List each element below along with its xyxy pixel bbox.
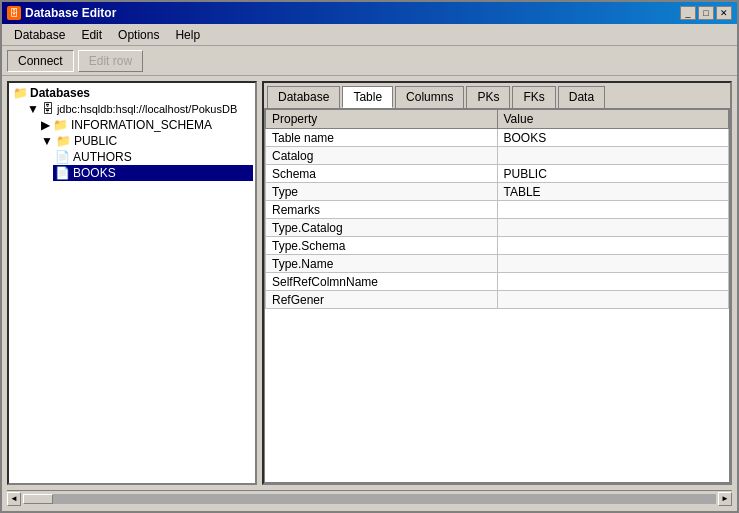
table-row: TypeTABLE bbox=[266, 183, 729, 201]
tab-table[interactable]: Table bbox=[342, 86, 393, 108]
tab-database[interactable]: Database bbox=[267, 86, 340, 108]
tree-public[interactable]: ▼ 📁 PUBLIC bbox=[39, 133, 253, 149]
property-cell: RefGener bbox=[266, 291, 498, 309]
close-button[interactable]: ✕ bbox=[716, 6, 732, 20]
property-cell: Type.Schema bbox=[266, 237, 498, 255]
table-row: Table nameBOOKS bbox=[266, 129, 729, 147]
title-bar-left: 🗄 Database Editor bbox=[7, 6, 116, 20]
value-cell: PUBLIC bbox=[497, 165, 729, 183]
scroll-right-btn[interactable]: ► bbox=[718, 492, 732, 506]
folder-icon: 📁 bbox=[53, 118, 68, 132]
title-controls: _ □ ✕ bbox=[680, 6, 732, 20]
value-cell: BOOKS bbox=[497, 129, 729, 147]
left-panel: 📁 Databases ▼ 🗄 jdbc:hsqldb:hsql://local… bbox=[7, 81, 257, 485]
folder-icon: 📁 bbox=[13, 86, 28, 100]
property-cell: Type bbox=[266, 183, 498, 201]
tab-columns[interactable]: Columns bbox=[395, 86, 464, 108]
table-row: SelfRefColmnName bbox=[266, 273, 729, 291]
value-cell bbox=[497, 273, 729, 291]
property-cell: Catalog bbox=[266, 147, 498, 165]
value-cell bbox=[497, 291, 729, 309]
property-cell: Type.Name bbox=[266, 255, 498, 273]
value-cell: TABLE bbox=[497, 183, 729, 201]
tree-db-node[interactable]: ▼ 🗄 jdbc:hsqldb:hsql://localhost/PokusDB bbox=[25, 101, 253, 117]
tree-authors[interactable]: 📄 AUTHORS bbox=[53, 149, 253, 165]
db-label: jdbc:hsqldb:hsql://localhost/PokusDB bbox=[57, 103, 237, 115]
table-row: SchemaPUBLIC bbox=[266, 165, 729, 183]
table-row: Catalog bbox=[266, 147, 729, 165]
table-row: Type.Schema bbox=[266, 237, 729, 255]
menu-edit[interactable]: Edit bbox=[73, 26, 110, 44]
table-row: Remarks bbox=[266, 201, 729, 219]
col-property: Property bbox=[266, 110, 498, 129]
value-cell bbox=[497, 255, 729, 273]
menu-help[interactable]: Help bbox=[167, 26, 208, 44]
scroll-track bbox=[23, 494, 716, 504]
property-cell: Type.Catalog bbox=[266, 219, 498, 237]
tab-data[interactable]: Data bbox=[558, 86, 605, 108]
right-panel: Database Table Columns PKs FKs Data Prop… bbox=[262, 81, 732, 485]
table-row: Type.Catalog bbox=[266, 219, 729, 237]
window-title: Database Editor bbox=[25, 6, 116, 20]
tree-books[interactable]: 📄 BOOKS bbox=[53, 165, 253, 181]
file-icon: 📄 bbox=[55, 166, 70, 180]
tree-info-schema[interactable]: ▶ 📁 INFORMATION_SCHEMA bbox=[39, 117, 253, 133]
bottom-scrollbar: ◄ ► bbox=[7, 490, 732, 506]
expand-icon: ▼ bbox=[27, 102, 39, 116]
value-cell bbox=[497, 219, 729, 237]
col-value: Value bbox=[497, 110, 729, 129]
books-label: BOOKS bbox=[73, 166, 116, 180]
table-row: Type.Name bbox=[266, 255, 729, 273]
folder-icon: 📁 bbox=[56, 134, 71, 148]
menu-bar: Database Edit Options Help bbox=[2, 24, 737, 46]
tab-content: Property Value Table nameBOOKSCatalogSch… bbox=[264, 108, 730, 483]
info-schema-label: INFORMATION_SCHEMA bbox=[71, 118, 212, 132]
tab-bar: Database Table Columns PKs FKs Data bbox=[264, 83, 730, 108]
maximize-button[interactable]: □ bbox=[698, 6, 714, 20]
property-cell: Schema bbox=[266, 165, 498, 183]
tab-fks[interactable]: FKs bbox=[512, 86, 555, 108]
connect-button[interactable]: Connect bbox=[7, 50, 74, 72]
expand-icon: ▶ bbox=[41, 118, 50, 132]
tab-pks[interactable]: PKs bbox=[466, 86, 510, 108]
value-cell bbox=[497, 237, 729, 255]
menu-database[interactable]: Database bbox=[6, 26, 73, 44]
edit-row-button[interactable]: Edit row bbox=[78, 50, 143, 72]
scroll-left-btn[interactable]: ◄ bbox=[7, 492, 21, 506]
table-row: RefGener bbox=[266, 291, 729, 309]
db-icon: 🗄 bbox=[42, 102, 54, 116]
file-icon: 📄 bbox=[55, 150, 70, 164]
title-bar: 🗄 Database Editor _ □ ✕ bbox=[2, 2, 737, 24]
app-icon: 🗄 bbox=[7, 6, 21, 20]
tree-root: 📁 Databases bbox=[11, 85, 253, 101]
property-cell: Remarks bbox=[266, 201, 498, 219]
menu-options[interactable]: Options bbox=[110, 26, 167, 44]
tree-root-label: Databases bbox=[30, 86, 90, 100]
main-window: 🗄 Database Editor _ □ ✕ Database Edit Op… bbox=[0, 0, 739, 513]
minimize-button[interactable]: _ bbox=[680, 6, 696, 20]
main-content: 📁 Databases ▼ 🗄 jdbc:hsqldb:hsql://local… bbox=[2, 76, 737, 490]
expand-icon: ▼ bbox=[41, 134, 53, 148]
public-label: PUBLIC bbox=[74, 134, 117, 148]
scroll-thumb[interactable] bbox=[23, 494, 53, 504]
toolbar: Connect Edit row bbox=[2, 46, 737, 76]
value-cell bbox=[497, 147, 729, 165]
authors-label: AUTHORS bbox=[73, 150, 132, 164]
property-cell: SelfRefColmnName bbox=[266, 273, 498, 291]
properties-table: Property Value Table nameBOOKSCatalogSch… bbox=[265, 109, 729, 309]
property-cell: Table name bbox=[266, 129, 498, 147]
value-cell bbox=[497, 201, 729, 219]
